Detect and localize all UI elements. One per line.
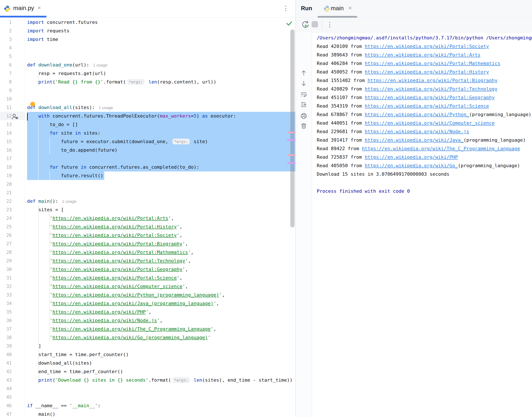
code-url-link[interactable]: https://en.wikipedia.org/wiki/Portal:Geo…: [53, 267, 182, 272]
text-segment: [27, 258, 50, 263]
text-segment: [27, 130, 50, 136]
run-more-options-icon[interactable]: ⋮: [326, 18, 333, 32]
text-segment: [191, 377, 194, 383]
console-link[interactable]: https://en.wikipedia.org/wiki/Go_: [365, 163, 458, 168]
console-line: Read 354319 from https://en.wikipedia.or…: [317, 102, 489, 110]
console-link[interactable]: https://en.wikipedia.org/wiki/Portal:Sci…: [365, 103, 489, 109]
inspections-ok-icon[interactable]: [286, 20, 293, 27]
code-url-link[interactable]: https://en.wikipedia.org/wiki/Portal:Tec…: [53, 258, 185, 263]
print-icon[interactable]: [300, 113, 307, 120]
ai-prompt-icon[interactable]: [11, 113, 19, 121]
stop-button[interactable]: [312, 21, 318, 28]
text-segment: ': [211, 326, 213, 332]
console-link[interactable]: https://en.wikipedia.org/wiki/Computer_s…: [365, 120, 494, 126]
console-link[interactable]: https://en.wikipedia.org/wiki/Portal:Mat…: [365, 61, 500, 66]
code-url-link[interactable]: https://en.wikipedia.org/wiki/Portal:Soc…: [53, 233, 177, 238]
rerun-button[interactable]: [301, 20, 310, 29]
clear-all-icon[interactable]: [300, 123, 307, 130]
text-segment: [27, 292, 50, 298]
text-segment: (programming_language): [469, 112, 531, 117]
inlay-hint-args: *args:: [127, 79, 144, 85]
console-link[interactable]: https://en.wikipedia.org/wiki/Portal:Bio…: [368, 78, 497, 83]
line-number: 42: [6, 367, 12, 376]
run-tab-close-icon[interactable]: ×: [348, 0, 352, 16]
text-segment: [27, 318, 50, 323]
tab-main-py[interactable]: main.py ×: [0, 0, 46, 18]
console-link[interactable]: https://en.wikipedia.org/wiki/PHP: [365, 154, 458, 160]
line-number: 35: [6, 308, 12, 316]
scroll-down-icon[interactable]: [300, 80, 307, 87]
console-line: Read 89422 from https://en.wikipedia.org…: [317, 144, 520, 153]
text-segment: main: [38, 198, 50, 204]
code-line: 'https://en.wikipedia.org/wiki/Portal:Ge…: [25, 265, 188, 274]
soft-wrap-icon[interactable]: [300, 91, 307, 98]
tab-close-icon[interactable]: ×: [38, 0, 41, 16]
console-line: Read 725837 from https://en.wikipedia.or…: [317, 153, 458, 161]
code-url-link[interactable]: https://en.wikipedia.org/wiki/Portal:Bio…: [53, 241, 182, 246]
text-segment: Read 725837 from: [317, 154, 365, 160]
text-segment: max_workers: [160, 113, 191, 119]
text-segment: (programming_language): [464, 137, 526, 143]
inline-prompt-dot[interactable]: [30, 102, 35, 106]
text-segment: ,: [179, 224, 182, 229]
console-link[interactable]: https://en.wikipedia.org/wiki/Java_: [365, 137, 464, 143]
console-link[interactable]: https://en.wikipedia.org/wiki/Node.js: [365, 129, 469, 134]
scroll-to-end-icon[interactable]: [300, 101, 307, 108]
console-output[interactable]: /Users/zhongmingmao/.asdf/installs/pytho…: [317, 34, 532, 415]
code-line: [25, 86, 27, 95]
text-segment: /Users/zhongmingmao/.asdf/installs/pytho…: [317, 35, 532, 41]
editor-scrollbar[interactable]: [290, 29, 294, 228]
text-segment: download_one: [38, 62, 72, 68]
code-line: main(): [25, 410, 55, 417]
code-url-link[interactable]: https://en.wikipedia.org/wiki/Portal:Sci…: [53, 275, 177, 281]
line-number: 27: [6, 240, 12, 248]
code-url-link[interactable]: https://en.wikipedia.org/wiki/Python_(pr…: [53, 292, 219, 298]
text-segment: ,: [216, 301, 219, 306]
console-line: Read 1551482 from https://en.wikipedia.o…: [317, 76, 498, 85]
console-link[interactable]: https://en.wikipedia.org/wiki/The_C_Prog…: [362, 146, 520, 151]
code-url-link[interactable]: https://en.wikipedia.org/wiki/The_C_Prog…: [53, 326, 211, 332]
console-link[interactable]: https://en.wikipedia.org/wiki/Portal:Geo…: [365, 95, 494, 100]
text-segment: len: [194, 377, 202, 383]
code-url-link[interactable]: https://en.wikipedia.org/wiki/Java_(prog…: [53, 301, 213, 306]
text-segment: [27, 267, 50, 272]
console-link[interactable]: https://en.wikipedia.org/wiki/Python_: [365, 112, 469, 117]
code-url-link[interactable]: https://en.wikipedia.org/wiki/Portal:Mat…: [53, 250, 188, 255]
code-area[interactable]: import concurrent.futuresimport requests…: [25, 18, 296, 417]
code-url-link[interactable]: https://en.wikipedia.org/wiki/Portal:Art…: [53, 216, 168, 221]
console-link[interactable]: https://en.wikipedia.org/wiki/Portal:Art…: [365, 52, 480, 58]
text-segment: concurrent.futures.ThreadPoolExecutor(: [50, 113, 160, 119]
active-tab-indicator: [0, 16, 46, 18]
text-segment: print: [38, 79, 53, 84]
text-segment: ': [213, 301, 216, 306]
console-link[interactable]: https://en.wikipedia.org/wiki/Portal:His…: [365, 69, 489, 74]
console-link[interactable]: https://en.wikipedia.org/wiki/Portal:Soc…: [365, 44, 489, 49]
code-url-link[interactable]: https://en.wikipedia.org/wiki/Portal:His…: [53, 224, 177, 229]
line-number: 3: [9, 35, 12, 44]
line-number: 1: [9, 18, 12, 27]
text-segment: ': [50, 224, 53, 229]
text-segment: future: [58, 164, 81, 170]
console-link[interactable]: https://en.wikipedia.org/wiki/Portal:Tec…: [365, 86, 498, 92]
text-segment: sites = [: [27, 207, 64, 212]
text-segment: ,: [185, 241, 188, 246]
text-segment: Read 389643 from: [317, 52, 365, 58]
text-segment: .format(: [103, 79, 126, 84]
code-url-link[interactable]: https://en.wikipedia.org/wiki/PHP: [53, 309, 146, 314]
scroll-up-icon[interactable]: [300, 69, 307, 76]
text-segment: future = executor.submit(download_one,: [27, 139, 171, 144]
code-url-link[interactable]: https://en.wikipedia.org/wiki/Go_(progra…: [53, 335, 208, 340]
code-url-link[interactable]: https://en.wikipedia.org/wiki/Node.js: [53, 318, 157, 323]
code-line: 'https://en.wikipedia.org/wiki/Portal:Ma…: [25, 248, 194, 257]
text-segment: with: [38, 113, 50, 119]
code-line: resp = requests.get(url): [25, 69, 106, 78]
text-segment: to_do = []: [27, 122, 78, 127]
text-segment: download_all(sites): [27, 360, 92, 366]
console-line: Download 15 sites in 3.0706499170000003 …: [317, 170, 449, 178]
code-url-link[interactable]: https://en.wikipedia.org/wiki/Computer_s…: [53, 284, 182, 289]
editor-more-options-icon[interactable]: ⋮: [283, 0, 289, 17]
usage-hint: 1 usage: [99, 105, 113, 110]
usage-hint: 1 usage: [62, 199, 76, 204]
console-line: Read 450052 from https://en.wikipedia.or…: [317, 68, 489, 76]
line-number: 28: [6, 248, 12, 257]
